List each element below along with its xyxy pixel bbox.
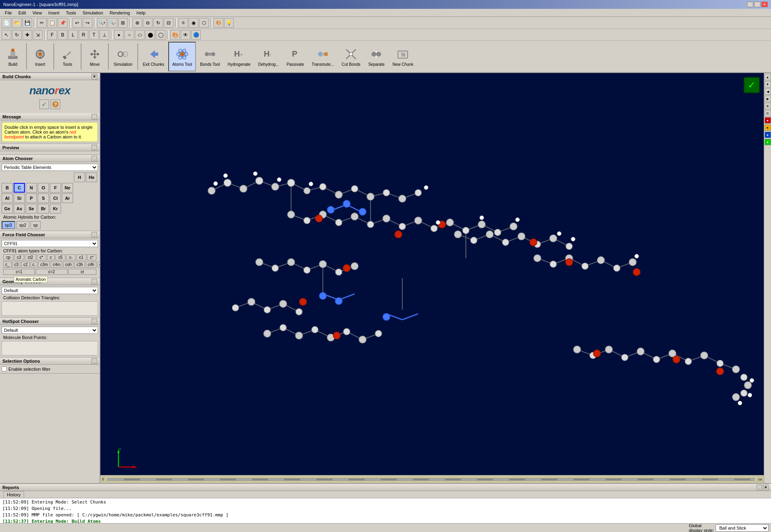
view-left[interactable]: L bbox=[68, 30, 78, 40]
force-field-collapse-btn[interactable]: _ bbox=[92, 232, 97, 238]
light-btn[interactable]: 💡 bbox=[224, 18, 234, 28]
tool-hydrogenate[interactable]: H + Hydrogenate bbox=[224, 42, 254, 71]
right-btn-5[interactable]: ⊕ bbox=[765, 103, 771, 109]
tool-new-chunk[interactable]: N New Chunk bbox=[389, 42, 417, 71]
tool-insert[interactable]: Insert bbox=[28, 42, 52, 71]
tool-bonds-tool[interactable]: Bonds Tool bbox=[196, 42, 223, 71]
atype-c3[interactable]: c3 bbox=[14, 254, 24, 260]
tool-move[interactable]: Move bbox=[83, 42, 107, 71]
tool-separate[interactable]: Separate bbox=[364, 42, 388, 71]
hybrid-sp3[interactable]: sp3 bbox=[2, 221, 15, 229]
atom-C[interactable]: C bbox=[14, 183, 25, 193]
atom-select-btn[interactable]: ⚛ bbox=[178, 18, 188, 28]
history-tab-button[interactable]: History bbox=[3, 491, 24, 498]
view-top[interactable]: T bbox=[89, 30, 99, 40]
atype-ct2[interactable]: ct2 bbox=[25, 254, 36, 260]
atype-c_[interactable]: c_ bbox=[3, 262, 12, 268]
save-btn[interactable]: 💾 bbox=[22, 18, 32, 28]
right-btn-8[interactable]: ● bbox=[765, 124, 771, 131]
render-btn[interactable]: 🎨 bbox=[214, 18, 223, 28]
atype-c1[interactable]: c1 bbox=[76, 254, 86, 260]
right-btn-4[interactable]: ▶ bbox=[765, 95, 771, 102]
atom-P[interactable]: P bbox=[26, 193, 37, 203]
menu-rendering[interactable]: Rendering bbox=[106, 10, 133, 16]
force-field-select[interactable]: CFF91 bbox=[2, 240, 98, 247]
display-tube[interactable]: ⬭ bbox=[135, 30, 145, 40]
right-btn-3[interactable]: ◀ bbox=[765, 88, 771, 95]
view-front[interactable]: F bbox=[47, 30, 57, 40]
view-bottom[interactable]: ⊥ bbox=[100, 30, 109, 40]
atom-Se[interactable]: Se bbox=[26, 204, 37, 213]
preview-collapse-btn[interactable]: _ bbox=[92, 145, 97, 150]
menu-insert[interactable]: Insert bbox=[45, 10, 63, 16]
display-style-select[interactable]: Ball and Stick CPK Tubes Wire bbox=[716, 524, 769, 532]
region-select-btn[interactable]: ◉ bbox=[189, 18, 198, 28]
atype-c2[interactable]: c2 bbox=[21, 262, 30, 268]
zoom-fit-btn[interactable]: ⊞ bbox=[118, 18, 128, 28]
view-right[interactable]: R bbox=[79, 30, 88, 40]
rotate2-btn[interactable]: ↻ bbox=[12, 30, 22, 40]
atype-c5[interactable]: c5 bbox=[55, 254, 65, 260]
atype-cstar[interactable]: c* bbox=[37, 254, 46, 260]
arrow-btn[interactable]: ↖ bbox=[2, 30, 11, 40]
atype-ceq[interactable]: c= bbox=[97, 262, 100, 268]
geometry-select[interactable]: Default bbox=[2, 287, 98, 294]
atype-c3h[interactable]: c3h bbox=[74, 262, 85, 268]
tool-transmute[interactable]: Transmute... bbox=[308, 42, 338, 71]
atom-Al[interactable]: Al bbox=[2, 193, 13, 203]
minimize-button[interactable]: ─ bbox=[747, 2, 753, 7]
hotspot-select[interactable]: Default bbox=[2, 327, 98, 334]
atom-F[interactable]: F bbox=[50, 183, 61, 193]
right-btn-1[interactable]: ▲ bbox=[765, 74, 771, 80]
atom-Kr[interactable]: Kr bbox=[50, 204, 61, 213]
menu-edit[interactable]: Edit bbox=[15, 10, 29, 16]
atype-cx[interactable]: c* bbox=[87, 254, 96, 260]
atom-Ne[interactable]: Ne bbox=[62, 183, 73, 193]
hide-btn[interactable]: 👁 bbox=[181, 30, 190, 40]
atype-ceq1[interactable]: c=1 bbox=[3, 269, 35, 275]
reports-close-btn[interactable]: ✕ bbox=[763, 485, 769, 490]
atype-coh[interactable]: coh bbox=[63, 262, 73, 268]
tool-simulation[interactable]: Simulation bbox=[110, 42, 136, 71]
atom-S[interactable]: S bbox=[38, 193, 49, 203]
more-select-btn[interactable]: ⬡ bbox=[199, 18, 209, 28]
display-vdw[interactable]: ◯ bbox=[156, 30, 165, 40]
right-btn-9[interactable]: ● bbox=[765, 132, 771, 138]
new-btn[interactable]: 📄 bbox=[2, 18, 11, 28]
atype-cp[interactable]: cp bbox=[3, 254, 13, 260]
menu-simulation[interactable]: Simulation bbox=[80, 10, 106, 16]
atom-chooser-collapse-btn[interactable]: _ bbox=[92, 156, 97, 161]
viewport[interactable]: Y X 0 nm ✓ bbox=[100, 73, 764, 483]
zoom-in-btn[interactable]: 🔍+ bbox=[97, 18, 107, 28]
undo-btn[interactable]: ↩ bbox=[72, 18, 82, 28]
deselect-btn[interactable]: ⊖ bbox=[143, 18, 153, 28]
atom-Br[interactable]: Br bbox=[38, 204, 49, 213]
atom-Ge[interactable]: Ge bbox=[2, 204, 13, 213]
hybrid-sp[interactable]: sp bbox=[31, 221, 41, 229]
display-wire[interactable]: ○ bbox=[124, 30, 134, 40]
atom-Cl[interactable]: Cl bbox=[50, 193, 61, 203]
display-ball[interactable]: ● bbox=[114, 30, 124, 40]
tool-build[interactable]: Build bbox=[1, 42, 25, 71]
atom-H[interactable]: H bbox=[74, 173, 85, 182]
open-btn[interactable]: 📂 bbox=[12, 18, 22, 28]
atype-ct[interactable]: ct bbox=[68, 269, 96, 275]
translate2-btn[interactable]: ✚ bbox=[22, 30, 32, 40]
atom-Ar[interactable]: Ar bbox=[62, 193, 73, 203]
atom-B[interactable]: B bbox=[2, 183, 13, 193]
periodic-table-select[interactable]: Periodic Table Elements bbox=[2, 164, 98, 171]
rotate-btn[interactable]: ↻ bbox=[153, 18, 163, 28]
atype-c3b[interactable]: c3 bbox=[12, 262, 21, 268]
right-btn-6[interactable]: ⊖ bbox=[765, 110, 771, 116]
question-logo-btn[interactable]: ? bbox=[51, 99, 60, 109]
menu-help[interactable]: Help bbox=[133, 10, 149, 16]
atype-cdot[interactable]: c. bbox=[31, 262, 38, 268]
paste-btn[interactable]: 📌 bbox=[58, 18, 67, 28]
right-btn-2[interactable]: ▼ bbox=[765, 81, 771, 87]
right-btn-10[interactable]: ● bbox=[765, 139, 771, 145]
reports-minimize-btn[interactable]: _ bbox=[757, 485, 762, 490]
tool-tools[interactable]: Tools bbox=[55, 42, 80, 71]
scale-btn[interactable]: ⇲ bbox=[33, 30, 43, 40]
copy-btn[interactable]: 📋 bbox=[47, 18, 57, 28]
atom-As[interactable]: As bbox=[14, 204, 25, 213]
